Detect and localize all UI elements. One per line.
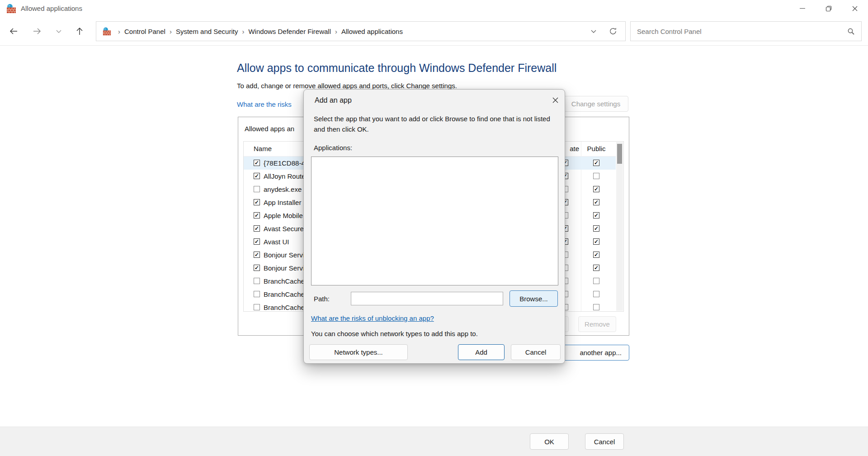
- restore-icon: [826, 5, 832, 12]
- app-name: BranchCache: [264, 304, 305, 311]
- close-icon: [852, 5, 858, 12]
- public-checkbox[interactable]: [593, 304, 599, 310]
- close-icon: [552, 97, 559, 104]
- minimize-icon: [800, 8, 805, 9]
- search-input[interactable]: [637, 28, 847, 35]
- app-name: BranchCache: [264, 277, 305, 285]
- breadcrumb-item[interactable]: Allowed applications: [341, 28, 403, 35]
- path-input[interactable]: [351, 292, 503, 305]
- forward-icon: [32, 26, 42, 36]
- chevron-right-icon: ›: [165, 28, 176, 35]
- public-checkbox[interactable]: [593, 291, 599, 297]
- app-enabled-checkbox[interactable]: [254, 304, 260, 310]
- change-settings-button[interactable]: Change settings: [563, 96, 628, 112]
- dialog-title: Add an app: [315, 96, 352, 104]
- up-button[interactable]: [71, 22, 89, 40]
- path-label: Path:: [314, 295, 330, 303]
- chevron-right-icon: ›: [238, 28, 248, 35]
- minimize-button[interactable]: [789, 0, 816, 17]
- app-name: Apple Mobile: [264, 212, 303, 219]
- allowed-apps-label: Allowed apps an: [245, 125, 294, 133]
- public-checkbox[interactable]: ✓: [593, 252, 599, 258]
- recent-pages-button[interactable]: [50, 22, 68, 40]
- dialog-description: Select the app that you want to add or c…: [314, 114, 558, 135]
- back-button[interactable]: [5, 22, 23, 40]
- network-types-button[interactable]: Network types...: [309, 344, 408, 360]
- navigation-bar: ›Control Panel›System and Security›Windo…: [0, 17, 868, 46]
- close-button[interactable]: [842, 0, 868, 17]
- app-name: Bonjour Servi: [264, 251, 304, 259]
- scrollbar-thumb[interactable]: [617, 144, 622, 164]
- unblocking-risks-link[interactable]: What are the risks of unblocking an app?: [311, 314, 434, 322]
- page-title: Allow apps to communicate through Window…: [237, 62, 557, 75]
- remove-button[interactable]: Remove: [578, 316, 616, 332]
- app-enabled-checkbox[interactable]: ✓: [254, 225, 260, 232]
- firewall-icon: [6, 4, 16, 14]
- app-enabled-checkbox[interactable]: [254, 291, 260, 297]
- app-enabled-checkbox[interactable]: [254, 186, 260, 192]
- breadcrumb-item[interactable]: System and Security: [176, 28, 238, 35]
- app-name: BranchCache: [264, 290, 305, 298]
- firewall-icon-small: [103, 27, 111, 36]
- breadcrumb: ›Control Panel›System and Security›Windo…: [114, 28, 403, 35]
- control-panel-window: Allowed applications: [0, 0, 868, 456]
- add-an-app-dialog: Add an app Select the app that you want …: [303, 89, 565, 364]
- address-bar[interactable]: ›Control Panel›System and Security›Windo…: [96, 21, 626, 41]
- app-enabled-checkbox[interactable]: ✓: [254, 265, 260, 271]
- risks-link[interactable]: What are the risks: [237, 100, 292, 108]
- app-enabled-checkbox[interactable]: ✓: [254, 252, 260, 258]
- app-name: anydesk.exe: [264, 185, 302, 193]
- public-checkbox[interactable]: ✓: [593, 238, 599, 245]
- dialog-cancel-button[interactable]: Cancel: [511, 344, 561, 360]
- app-enabled-checkbox[interactable]: [254, 278, 260, 284]
- add-button[interactable]: Add: [458, 344, 505, 360]
- dialog-close-button[interactable]: [548, 93, 562, 107]
- app-enabled-checkbox[interactable]: ✓: [254, 199, 260, 205]
- address-dropdown-icon[interactable]: [590, 28, 597, 35]
- public-checkbox[interactable]: [593, 278, 599, 284]
- cancel-button[interactable]: Cancel: [585, 433, 624, 450]
- app-enabled-checkbox[interactable]: ✓: [254, 212, 260, 218]
- back-icon: [9, 26, 19, 36]
- app-name: {78E1CD88-4: [264, 159, 305, 167]
- ok-button[interactable]: OK: [530, 433, 569, 450]
- chevron-down-icon: [55, 28, 62, 35]
- public-checkbox[interactable]: ✓: [593, 160, 599, 166]
- page-subtext: To add, change or remove allowed apps an…: [237, 82, 457, 90]
- app-enabled-checkbox[interactable]: ✓: [254, 160, 260, 166]
- refresh-icon[interactable]: [609, 27, 617, 35]
- list-scrollbar[interactable]: [616, 142, 623, 311]
- public-checkbox[interactable]: [593, 173, 599, 179]
- restore-button[interactable]: [816, 0, 842, 17]
- app-name: App Installer: [264, 199, 301, 206]
- app-name: AllJoyn Route: [264, 172, 306, 180]
- app-name: Bonjour Servi: [264, 264, 304, 272]
- chevron-right-icon: ›: [331, 28, 341, 35]
- window-title: Allowed applications: [21, 5, 82, 12]
- forward-button[interactable]: [28, 22, 46, 40]
- breadcrumb-item[interactable]: Windows Defender Firewall: [248, 28, 331, 35]
- network-types-note: You can choose which network types to ad…: [311, 330, 478, 337]
- public-checkbox[interactable]: ✓: [593, 212, 599, 218]
- search-icon[interactable]: [847, 28, 855, 35]
- public-checkbox[interactable]: ✓: [593, 199, 599, 205]
- up-icon: [75, 26, 85, 36]
- column-public[interactable]: Public: [582, 145, 611, 152]
- app-enabled-checkbox[interactable]: ✓: [254, 173, 260, 179]
- public-checkbox[interactable]: ✓: [593, 265, 599, 271]
- applications-listbox[interactable]: [311, 157, 558, 285]
- public-checkbox[interactable]: ✓: [593, 225, 599, 232]
- chevron-right-icon: ›: [114, 28, 124, 35]
- breadcrumb-item[interactable]: Control Panel: [124, 28, 165, 35]
- app-enabled-checkbox[interactable]: ✓: [254, 238, 260, 245]
- public-checkbox[interactable]: ✓: [593, 186, 599, 192]
- bottom-bar: OK Cancel: [0, 427, 868, 456]
- title-bar: Allowed applications: [0, 0, 868, 17]
- app-name: Avast UI: [264, 238, 289, 246]
- app-name: Avast Secure: [264, 225, 304, 233]
- applications-label: Applications:: [314, 144, 352, 152]
- search-box: [630, 21, 862, 41]
- browse-button[interactable]: Browse...: [509, 290, 558, 307]
- column-name[interactable]: Name: [254, 145, 272, 152]
